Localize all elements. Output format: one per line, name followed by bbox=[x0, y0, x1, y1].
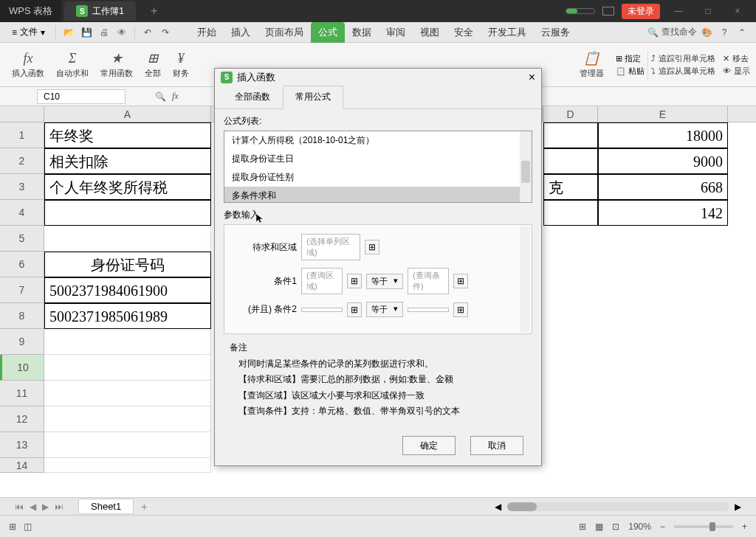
row-header[interactable]: 8 bbox=[0, 303, 44, 329]
row-header[interactable]: 14 bbox=[0, 458, 44, 473]
cell-A13[interactable] bbox=[44, 432, 211, 458]
autosum-button[interactable]: Σ自动求和 bbox=[50, 44, 94, 86]
dialog-tab-all[interactable]: 全部函数 bbox=[222, 86, 283, 108]
tab-formula[interactable]: 公式 bbox=[311, 22, 345, 43]
cell-A6[interactable]: 身份证号码 bbox=[44, 252, 211, 277]
operator-select[interactable]: 等于▾ bbox=[366, 274, 403, 289]
sheet-nav-first[interactable]: ⏮ bbox=[15, 502, 24, 512]
hscroll-right[interactable]: ▶ bbox=[735, 502, 741, 512]
cell-E3[interactable]: 668 bbox=[598, 174, 728, 200]
row-header[interactable]: 9 bbox=[0, 329, 44, 355]
dialog-close-button[interactable]: × bbox=[529, 71, 535, 84]
scrollbar[interactable] bbox=[520, 131, 532, 202]
tab-view[interactable]: 视图 bbox=[413, 22, 447, 43]
cell-A9[interactable] bbox=[44, 329, 211, 355]
row-header[interactable]: 1 bbox=[0, 122, 44, 148]
fx-icon[interactable]: fx bbox=[172, 91, 179, 102]
row-header[interactable]: 12 bbox=[0, 406, 44, 432]
cell-A10[interactable] bbox=[44, 355, 211, 381]
row-header[interactable]: 4 bbox=[0, 200, 44, 226]
condition-input[interactable] bbox=[408, 308, 449, 312]
collapse-icon[interactable]: ⌃ bbox=[734, 24, 750, 41]
col-header-A[interactable]: A bbox=[44, 106, 211, 122]
tab-cloud[interactable]: 云服务 bbox=[534, 22, 577, 43]
row-header[interactable]: 10 bbox=[0, 355, 44, 381]
open-icon[interactable]: 📂 bbox=[61, 24, 77, 41]
sheet-nav-next[interactable]: ▶ bbox=[42, 502, 49, 512]
redo-icon[interactable]: ↷ bbox=[157, 24, 173, 41]
tab-security[interactable]: 安全 bbox=[447, 22, 481, 43]
dialog-tab-common[interactable]: 常用公式 bbox=[283, 86, 343, 109]
print-icon[interactable]: 🖨 bbox=[96, 24, 112, 41]
tab-data[interactable]: 数据 bbox=[345, 22, 379, 43]
cell-A2[interactable]: 相关扣除 bbox=[44, 148, 211, 174]
tab-review[interactable]: 审阅 bbox=[379, 22, 413, 43]
range-picker-icon[interactable]: ⊞ bbox=[347, 302, 362, 317]
paste-button[interactable]: 📋 粘贴 bbox=[616, 66, 645, 77]
range-picker-icon[interactable]: ⊞ bbox=[453, 274, 468, 288]
name-manager-button[interactable]: 📋管理器 bbox=[574, 44, 610, 86]
file-menu[interactable]: ≡ 文件 ▾ bbox=[6, 26, 51, 38]
maximize-button[interactable]: □ bbox=[697, 6, 719, 16]
tab-start[interactable]: 开始 bbox=[190, 22, 224, 43]
formula-item-selected[interactable]: 多条件求和 bbox=[224, 187, 532, 203]
cell-E2[interactable]: 9000 bbox=[598, 148, 728, 174]
all-fn-button[interactable]: ⊞全部 bbox=[139, 44, 167, 86]
common-fn-button[interactable]: ★常用函数 bbox=[94, 44, 139, 86]
zoom-slider[interactable] bbox=[674, 525, 733, 528]
hscroll-left[interactable]: ◀ bbox=[495, 502, 501, 512]
insert-function-button[interactable]: fx插入函数 bbox=[6, 44, 50, 86]
undo-icon[interactable]: ↶ bbox=[140, 24, 156, 41]
operator-select[interactable]: 等于▾ bbox=[366, 302, 403, 317]
formula-item[interactable]: 提取身份证生日 bbox=[224, 150, 532, 168]
cell-D1[interactable] bbox=[543, 122, 598, 148]
col-header-D[interactable]: D bbox=[543, 106, 598, 122]
cell-A8[interactable]: 5002371985061989 bbox=[44, 303, 211, 329]
status-icon[interactable]: ◫ bbox=[24, 522, 32, 532]
zoom-value[interactable]: 190% bbox=[628, 522, 651, 532]
formula-item[interactable]: 计算个人所得税（2018-10-01之前） bbox=[224, 131, 532, 150]
cell-A12[interactable] bbox=[44, 406, 211, 432]
tab-insert[interactable]: 插入 bbox=[224, 22, 258, 43]
zoom-out-button[interactable]: − bbox=[660, 522, 665, 532]
tab-pagelayout[interactable]: 页面布局 bbox=[258, 22, 311, 43]
remove-arrows-button[interactable]: ✕ 移去 bbox=[723, 53, 750, 64]
cell-A7[interactable]: 5002371984061900 bbox=[44, 277, 211, 303]
cell-E4[interactable]: 142 bbox=[598, 200, 728, 226]
cell-A3[interactable]: 个人年终奖所得税 bbox=[44, 174, 211, 200]
save-icon[interactable]: 💾 bbox=[78, 24, 94, 41]
row-header[interactable]: 6 bbox=[0, 252, 44, 277]
trace-dependents-button[interactable]: ⤵ 追踪从属单元格 bbox=[651, 66, 715, 77]
assign-button[interactable]: ⊞ 指定 bbox=[616, 53, 645, 64]
condition-input[interactable]: (查询条件) bbox=[408, 268, 449, 294]
param-input[interactable]: (查询区域) bbox=[301, 268, 343, 294]
help-icon[interactable]: ? bbox=[716, 24, 732, 41]
show-formulas-button[interactable]: 👁 显示 bbox=[723, 66, 750, 77]
range-picker-icon[interactable]: ⊞ bbox=[453, 302, 468, 317]
row-header[interactable]: 5 bbox=[0, 226, 44, 252]
range-picker-icon[interactable]: ⊞ bbox=[347, 274, 362, 288]
row-header[interactable]: 2 bbox=[0, 148, 44, 174]
cell-A1[interactable]: 年终奖 bbox=[44, 122, 211, 148]
sheet-nav-last[interactable]: ⏭ bbox=[55, 502, 63, 512]
formula-list[interactable]: 计算个人所得税（2018-10-01之前） 提取身份证生日 提取身份证性别 多条… bbox=[224, 131, 532, 203]
col-header-E[interactable]: E bbox=[598, 106, 728, 122]
document-tab[interactable]: S 工作簿1 bbox=[64, 1, 136, 21]
cancel-button[interactable]: 取消 bbox=[470, 436, 523, 455]
preview-icon[interactable]: 👁 bbox=[114, 24, 130, 41]
cell-E1[interactable]: 18000 bbox=[598, 122, 728, 148]
sheet-tab[interactable]: Sheet1 bbox=[78, 499, 134, 514]
formula-item[interactable]: 提取身份证性别 bbox=[224, 168, 532, 187]
view-break-icon[interactable]: ⊡ bbox=[612, 522, 619, 532]
cell-A5[interactable] bbox=[44, 226, 211, 252]
status-icon[interactable]: ⊞ bbox=[9, 522, 16, 532]
add-tab-button[interactable]: + bbox=[151, 4, 157, 18]
minimize-button[interactable]: — bbox=[667, 6, 690, 16]
row-header[interactable]: 13 bbox=[0, 432, 44, 458]
cell-A14[interactable] bbox=[44, 458, 211, 473]
row-header[interactable]: 3 bbox=[0, 174, 44, 200]
close-button[interactable]: × bbox=[726, 6, 749, 16]
cell-A11[interactable] bbox=[44, 381, 211, 406]
range-picker-icon[interactable]: ⊞ bbox=[365, 240, 379, 254]
scrollbar[interactable] bbox=[520, 226, 530, 332]
